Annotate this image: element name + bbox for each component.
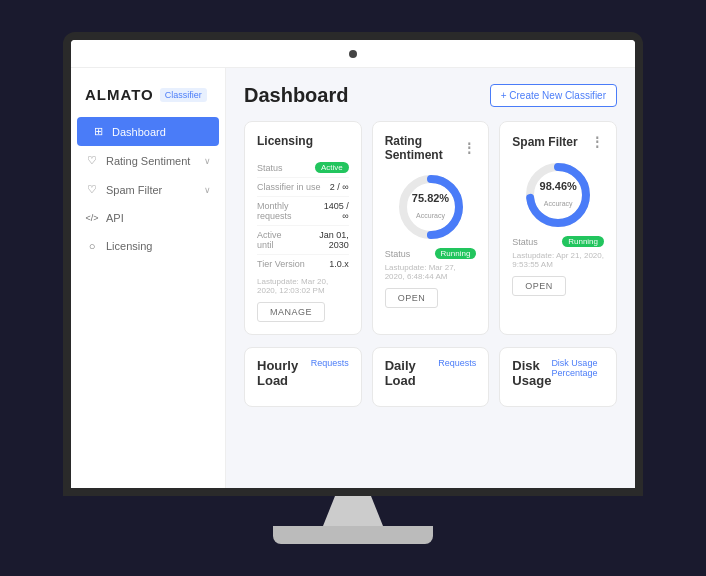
sidebar-item-label: Spam Filter <box>106 184 162 196</box>
spam-filter-card-title: Spam Filter ⋮ <box>512 134 604 150</box>
daily-load-title: Daily Load <box>385 358 439 388</box>
status-label: Status <box>257 163 283 173</box>
spam-open-button[interactable]: OPEN <box>512 276 566 296</box>
monthly-label: Monthly requests <box>257 201 318 221</box>
rating-sentiment-card: Rating Sentiment ⋮ 75.82% <box>372 121 490 335</box>
hourly-load-header: Hourly Load Requests <box>257 358 349 388</box>
license-row-tier: Tier Version 1.0.x <box>257 255 349 273</box>
monthly-value: 1405 / ∞ <box>318 201 348 221</box>
spam-percent: 98.46% <box>540 180 577 192</box>
api-icon: </> <box>85 213 99 223</box>
logo: ALMATO Classifier <box>71 76 225 117</box>
rating-donut: 75.82% Accuracy <box>396 172 466 242</box>
rating-donut-container: 75.82% Accuracy <box>385 172 477 242</box>
sidebar-item-label: Licensing <box>106 240 152 252</box>
rating-center-text: 75.82% Accuracy <box>412 192 449 222</box>
rating-sentiment-icon: ♡ <box>85 154 99 167</box>
spam-filter-icon: ♡ <box>85 183 99 196</box>
spam-center-text: 98.46% Accuracy <box>540 180 577 210</box>
hourly-load-title: Hourly Load <box>257 358 311 388</box>
classifier-value: 2 / ∞ <box>330 182 349 192</box>
active-until-value: Jan 01, 2030 <box>299 230 349 250</box>
bottom-cards-row: Hourly Load Requests Daily Load Requests… <box>244 347 617 407</box>
spam-lastupdate: Lastupdate: Apr 21, 2020, 9:53:55 AM <box>512 251 604 269</box>
disk-usage-subtitle: Disk Usage Percentage <box>551 358 604 378</box>
sidebar-item-licensing[interactable]: ○ Licensing <box>71 232 225 260</box>
sidebar-item-label: Rating Sentiment <box>106 155 190 167</box>
daily-load-subtitle: Requests <box>438 358 476 368</box>
monitor-camera <box>349 50 357 58</box>
hourly-load-card: Hourly Load Requests <box>244 347 362 407</box>
license-row-status: Status Active <box>257 158 349 178</box>
chevron-down-icon: ∨ <box>204 156 211 166</box>
sidebar-item-label: API <box>106 212 124 224</box>
spam-status-label: Status <box>512 237 538 247</box>
disk-usage-header: Disk Usage Disk Usage Percentage <box>512 358 604 388</box>
spam-filter-card: Spam Filter ⋮ 98.46% <box>499 121 617 335</box>
licensing-card: Licensing Status Active Classifier in us… <box>244 121 362 335</box>
spam-status-badge: Running <box>562 236 604 247</box>
logo-badge: Classifier <box>160 88 207 102</box>
spam-accuracy-label: Accuracy <box>544 200 573 207</box>
monitor-base <box>273 526 433 544</box>
rating-accuracy-label: Accuracy <box>416 212 445 219</box>
spam-status-row: Status Running <box>512 236 604 247</box>
rating-sentiment-menu-icon[interactable]: ⋮ <box>462 140 476 156</box>
create-classifier-button[interactable]: + Create New Classifier <box>490 84 617 107</box>
daily-load-card: Daily Load Requests <box>372 347 490 407</box>
license-row-classifier: Classifier in use 2 / ∞ <box>257 178 349 197</box>
dashboard-icon: ⊞ <box>91 125 105 138</box>
sidebar: ALMATO Classifier ⊞ Dashboard ♡ Rating S… <box>71 68 226 488</box>
hourly-load-subtitle: Requests <box>311 358 349 368</box>
sidebar-item-dashboard[interactable]: ⊞ Dashboard <box>77 117 219 146</box>
logo-text: ALMATO <box>85 86 154 103</box>
spam-donut-container: 98.46% Accuracy <box>512 160 604 230</box>
sidebar-item-label: Dashboard <box>112 126 166 138</box>
disk-usage-title: Disk Usage <box>512 358 551 388</box>
licensing-lastupdate: Lastupdate: Mar 20, 2020, 12:03:02 PM <box>257 277 349 295</box>
license-row-active-until: Active until Jan 01, 2030 <box>257 226 349 255</box>
sidebar-item-spam-filter[interactable]: ♡ Spam Filter ∨ <box>71 175 225 204</box>
sidebar-item-api[interactable]: </> API <box>71 204 225 232</box>
manage-button[interactable]: MANAGE <box>257 302 325 322</box>
classifier-label: Classifier in use <box>257 182 321 192</box>
main-content: Dashboard + Create New Classifier Licens… <box>226 68 635 488</box>
rating-lastupdate: Lastupdate: Mar 27, 2020, 6:48:44 AM <box>385 263 477 281</box>
license-row-monthly: Monthly requests 1405 / ∞ <box>257 197 349 226</box>
sidebar-item-rating-sentiment[interactable]: ♡ Rating Sentiment ∨ <box>71 146 225 175</box>
licensing-card-title: Licensing <box>257 134 349 148</box>
main-header: Dashboard + Create New Classifier <box>244 84 617 107</box>
active-until-label: Active until <box>257 230 299 250</box>
rating-open-button[interactable]: OPEN <box>385 288 439 308</box>
monitor-neck <box>323 496 383 526</box>
spam-filter-menu-icon[interactable]: ⋮ <box>590 134 604 150</box>
page-title: Dashboard <box>244 84 348 107</box>
cards-row: Licensing Status Active Classifier in us… <box>244 121 617 335</box>
tier-label: Tier Version <box>257 259 305 269</box>
monitor-stand <box>63 496 643 544</box>
rating-status-badge: Running <box>435 248 477 259</box>
status-badge: Active <box>315 162 349 173</box>
rating-percent: 75.82% <box>412 192 449 204</box>
spam-donut: 98.46% Accuracy <box>523 160 593 230</box>
tier-value: 1.0.x <box>329 259 349 269</box>
disk-usage-card: Disk Usage Disk Usage Percentage <box>499 347 617 407</box>
rating-status-row: Status Running <box>385 248 477 259</box>
rating-sentiment-card-title: Rating Sentiment ⋮ <box>385 134 477 162</box>
rating-status-label: Status <box>385 249 411 259</box>
licensing-icon: ○ <box>85 240 99 252</box>
chevron-down-icon-2: ∨ <box>204 185 211 195</box>
daily-load-header: Daily Load Requests <box>385 358 477 388</box>
